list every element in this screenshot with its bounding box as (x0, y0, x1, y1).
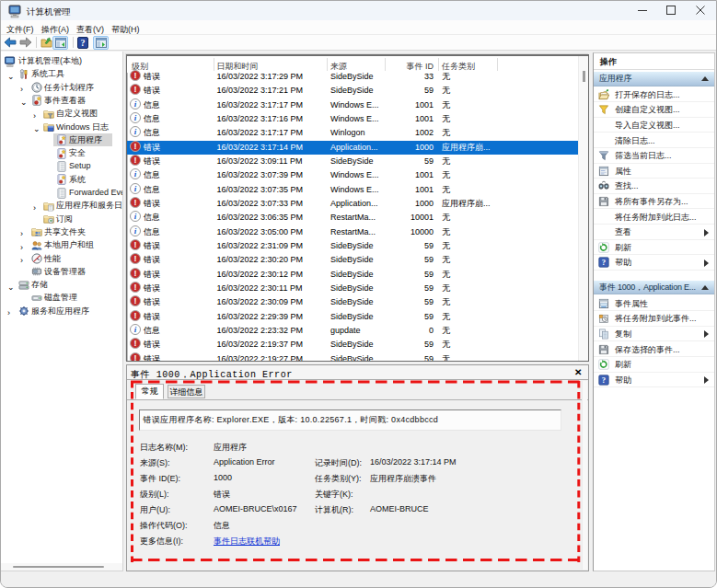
svg-text:?: ? (81, 38, 86, 48)
